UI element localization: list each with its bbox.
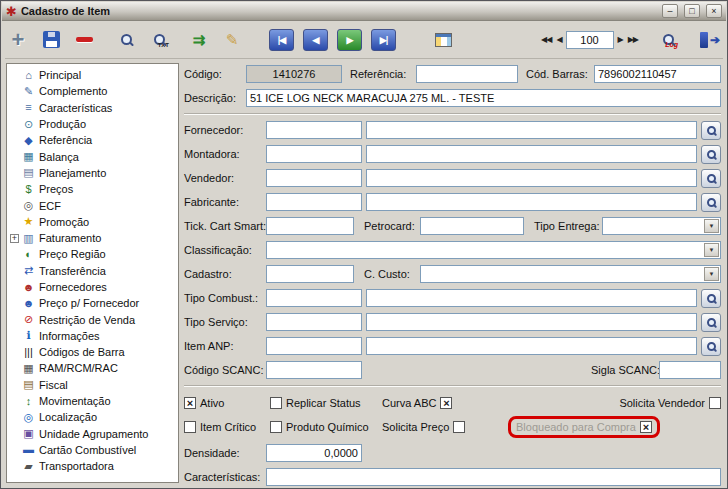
vendedor-label: Vendedor: [184, 172, 266, 184]
densidade-field[interactable]: 0,0000 [266, 444, 362, 462]
fornecedor-label: Fornecedor: [184, 124, 266, 136]
fornecedor-name-field[interactable] [366, 121, 697, 139]
sigla-scanc-field[interactable] [659, 361, 721, 379]
minimize-button[interactable]: – [662, 4, 678, 18]
export-button[interactable]: ⇉ [186, 26, 212, 54]
sidebar-item-faturamento[interactable]: +▥Faturamento [8, 230, 178, 246]
sidebar-item-precos[interactable]: $Preços [8, 181, 178, 197]
nav-last-button[interactable]: ▶| [370, 26, 397, 54]
caracteristicas-field[interactable] [266, 468, 721, 486]
cod-barras-field[interactable]: 7896002110457 [594, 65, 721, 83]
sidebar-item-producao[interactable]: ⊙Produção [8, 116, 178, 132]
cadastro-field[interactable] [266, 265, 354, 283]
sidebar-item-restricao-de-venda[interactable]: ⊘Restrição de Venda [8, 311, 178, 327]
vendedor-code-field[interactable] [266, 169, 362, 187]
chevron-down-icon[interactable]: ▼ [704, 219, 719, 233]
codigo-scanc-field[interactable] [266, 361, 362, 379]
montadora-name-field[interactable] [366, 145, 697, 163]
tipo-servico-lookup-button[interactable] [701, 313, 721, 332]
pager-next-icon[interactable]: ▶ [617, 34, 624, 46]
sidebar-item-principal[interactable]: ⌂Principal [8, 67, 178, 83]
sidebar-item-promocao[interactable]: ★Promoção [8, 214, 178, 230]
item-anp-code-field[interactable] [266, 337, 362, 355]
nav-next-button[interactable]: ▶ [336, 26, 363, 54]
tipo-combust-name-field[interactable] [366, 289, 697, 307]
log-button[interactable]: Log [656, 26, 682, 54]
nav-prev-button[interactable]: ◀ [302, 26, 329, 54]
sidebar-item-cartao-combustivel[interactable]: ▬Cartão Combustível [8, 442, 178, 458]
chevron-down-icon[interactable]: ▼ [704, 243, 719, 257]
tipo-entrega-select[interactable]: ▼ [602, 217, 721, 235]
curva-abc-checkbox[interactable] [440, 397, 452, 409]
expand-icon[interactable]: + [10, 234, 19, 243]
vendedor-lookup-button[interactable] [701, 169, 721, 188]
fabricante-name-field[interactable] [366, 193, 697, 211]
edit-button[interactable]: ✎ [219, 26, 245, 54]
classificacao-select[interactable]: ▼ [266, 241, 721, 259]
save-button[interactable] [38, 26, 64, 54]
sidebar-item-planejamento[interactable]: ▤Planejamento [8, 165, 178, 181]
montadora-code-field[interactable] [266, 145, 362, 163]
tipo-combust-lookup-button[interactable] [701, 289, 721, 308]
add-button[interactable]: + [5, 26, 31, 54]
sidebar-item-referencia[interactable]: ◆Referência [8, 132, 178, 148]
movement-icon: ↕ [21, 396, 36, 407]
search-button[interactable] [114, 26, 140, 54]
delete-button[interactable] [71, 26, 97, 54]
petrocard-field[interactable] [420, 217, 524, 235]
nav-first-button[interactable]: |◀ [268, 26, 295, 54]
pager-last-icon[interactable]: ▶▶ [627, 34, 639, 46]
search-txt-button[interactable]: TXT [147, 26, 173, 54]
c-custo-select[interactable]: ▼ [420, 265, 721, 283]
exit-button[interactable]: ➔ [697, 26, 723, 54]
row-item-anp: Item ANP: [184, 337, 721, 355]
sidebar-item-informacoes[interactable]: ℹInformações [8, 328, 178, 344]
sidebar-item-caracteristicas[interactable]: ≡Características [8, 100, 178, 116]
pager-first-icon[interactable]: ◀◀ [540, 34, 552, 46]
sidebar-item-preco-p-fornecedor[interactable]: ☻Preço p/ Fornecedor [8, 295, 178, 311]
sidebar-item-transportadora[interactable]: ▰Transportadora [8, 458, 178, 474]
next-record-icon: ▶ [337, 29, 362, 51]
tick-cart-smart-field[interactable] [266, 217, 354, 235]
sidebar-item-fiscal[interactable]: ▤Fiscal [8, 377, 178, 393]
close-button[interactable]: × [706, 4, 722, 18]
chevron-down-icon[interactable]: ▼ [704, 267, 719, 281]
solicita-preco-checkbox[interactable] [453, 421, 465, 433]
sidebar-item-balanca[interactable]: ▦Balança [8, 148, 178, 164]
tipo-combust-code-field[interactable] [266, 289, 362, 307]
tipo-servico-code-field[interactable] [266, 313, 362, 331]
grid-icon: ▦ [21, 363, 36, 374]
maximize-button[interactable]: □ [684, 4, 700, 18]
item-anp-lookup-button[interactable] [701, 337, 721, 356]
pager-value-field[interactable]: 100 [566, 31, 614, 49]
referencia-field[interactable] [416, 65, 518, 83]
produto-quimico-checkbox[interactable] [270, 421, 282, 433]
sidebar-item-ram-rcm-rac[interactable]: ▦RAM/RCM/RAC [8, 360, 178, 376]
replicar-status-checkbox[interactable] [270, 397, 282, 409]
descricao-field[interactable]: 51 ICE LOG NECK MARACUJA 275 ML. - TESTE [246, 89, 721, 107]
grid-view-button[interactable] [430, 26, 456, 54]
sidebar-item-movimentacao[interactable]: ↕Movimentação [8, 393, 178, 409]
sidebar-item-unidade-agrupamento[interactable]: ▣Unidade Agrupamento [8, 426, 178, 442]
bloqueado-compra-checkbox[interactable] [640, 421, 652, 433]
fabricante-code-field[interactable] [266, 193, 362, 211]
fornecedor-code-field[interactable] [266, 121, 362, 139]
exit-door-icon [700, 32, 708, 48]
sidebar-item-codigos-de-barra[interactable]: |||Códigos de Barra [8, 344, 178, 360]
tipo-servico-name-field[interactable] [366, 313, 697, 331]
ativo-checkbox[interactable] [184, 397, 196, 409]
solicita-vendedor-checkbox[interactable] [709, 397, 721, 409]
sidebar-item-ecf[interactable]: ◎ECF [8, 197, 178, 213]
montadora-lookup-button[interactable] [701, 145, 721, 164]
sidebar-item-localizacao[interactable]: ◎Localização [8, 409, 178, 425]
sidebar-item-transferencia[interactable]: ⇄Transferência [8, 263, 178, 279]
fornecedor-lookup-button[interactable] [701, 121, 721, 140]
sidebar-item-complemento[interactable]: ✎Complemento [8, 83, 178, 99]
vendedor-name-field[interactable] [366, 169, 697, 187]
sidebar-item-preco-regiao[interactable]: ◐Preço Região [8, 246, 178, 262]
sidebar-item-fornecedores[interactable]: ☻Fornecedores [8, 279, 178, 295]
item-anp-name-field[interactable] [366, 337, 697, 355]
item-critico-checkbox[interactable] [184, 421, 196, 433]
pager-prev-icon[interactable]: ◀ [555, 34, 562, 46]
fabricante-lookup-button[interactable] [701, 193, 721, 212]
